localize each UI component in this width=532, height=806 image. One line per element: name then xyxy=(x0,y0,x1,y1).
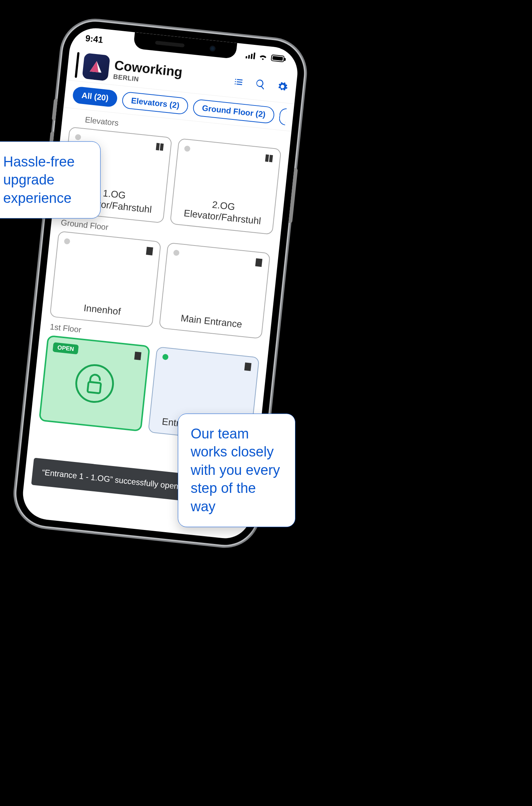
toast-text: “Entrance 1 - 1.OG” successfully opened. xyxy=(42,468,190,492)
chip-ground-floor[interactable]: Ground Floor (2) xyxy=(193,99,275,124)
gear-icon[interactable] xyxy=(276,80,288,93)
wifi-icon xyxy=(258,53,268,60)
door-icon xyxy=(145,246,154,256)
chip-label: Elevators xyxy=(131,96,168,109)
app-logo xyxy=(82,53,110,81)
status-dot xyxy=(75,134,82,140)
phone-power-button xyxy=(288,168,298,223)
door-icon xyxy=(254,257,263,268)
svg-rect-4 xyxy=(265,154,269,162)
tile-entrance-1-open[interactable]: OPEN xyxy=(39,335,150,431)
battery-icon xyxy=(271,54,285,62)
chip-count: (2) xyxy=(169,100,180,110)
search-icon[interactable] xyxy=(255,78,267,90)
tile-elevator-2og[interactable]: 2.OG Elevator/Fahrstuhl xyxy=(170,138,281,235)
svg-rect-13 xyxy=(87,381,101,393)
chip-elevators[interactable]: Elevators (2) xyxy=(122,91,189,115)
tile-label: Main Entrance xyxy=(166,311,257,332)
svg-rect-15 xyxy=(245,363,249,370)
svg-rect-9 xyxy=(256,259,260,266)
chip-label: All xyxy=(81,91,93,101)
phone-side-button xyxy=(52,98,58,121)
tile-label: 2.OG Elevator/Fahrstuhl xyxy=(177,195,269,228)
callout-team: Our team works closely with you every st… xyxy=(178,413,295,527)
tile-main-entrance[interactable]: Main Entrance xyxy=(159,242,270,339)
signal-icon xyxy=(245,52,255,60)
chip-count: (20) xyxy=(94,92,109,103)
door-icon xyxy=(133,351,143,361)
tile-innenhof[interactable]: Innenhof xyxy=(50,231,161,327)
callout-upgrade: Hassle-free upgrade experience xyxy=(0,142,101,219)
elevator-icon xyxy=(264,153,274,164)
chip-label: Ground Floor xyxy=(202,103,254,118)
chip-overflow[interactable] xyxy=(278,108,287,125)
status-dot xyxy=(173,250,180,256)
svg-rect-5 xyxy=(269,155,273,162)
status-time: 9:41 xyxy=(85,33,104,45)
status-dot xyxy=(184,146,191,152)
status-dot xyxy=(64,238,71,245)
chip-count: (2) xyxy=(255,109,266,119)
svg-rect-11 xyxy=(135,352,139,359)
elevator-icon xyxy=(155,142,165,152)
chip-all[interactable]: All (20) xyxy=(72,86,118,107)
unlock-icon xyxy=(72,361,117,406)
door-icon xyxy=(243,362,252,372)
status-dot xyxy=(162,354,169,360)
svg-rect-3 xyxy=(160,143,164,151)
svg-rect-2 xyxy=(156,143,160,150)
tile-label: Innenhof xyxy=(57,300,148,320)
list-icon[interactable] xyxy=(233,76,245,88)
svg-point-12 xyxy=(74,363,115,404)
svg-rect-7 xyxy=(147,248,151,254)
drawer-handle[interactable] xyxy=(75,52,79,78)
